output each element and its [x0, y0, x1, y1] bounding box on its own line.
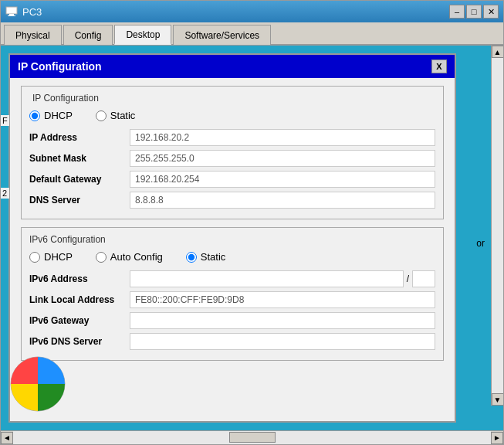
ipv6-gateway-label: IPv6 Gateway — [29, 315, 130, 326]
left-label-2: 2 — [1, 188, 9, 199]
ip-config-section: IP Configuration DHCP Static — [21, 86, 444, 219]
ipv6-section-label: IPv6 Configuration — [29, 234, 435, 245]
static-label: Static — [110, 110, 136, 121]
ip-radio-row: DHCP Static — [29, 110, 435, 121]
tabs-row: Physical Config Desktop Software/Service… — [1, 22, 503, 46]
svg-rect-0 — [6, 7, 17, 14]
static-radio-label[interactable]: Static — [96, 110, 136, 121]
dhcp-label: DHCP — [44, 110, 73, 121]
titlebar-buttons: – □ ✕ — [449, 5, 499, 19]
link-local-input[interactable] — [130, 291, 435, 308]
tab-software[interactable]: Software/Services — [173, 25, 271, 45]
ipv6-gateway-row: IPv6 Gateway — [29, 312, 435, 329]
ipv6-radio-row: DHCP Auto Config Static — [29, 251, 435, 263]
ipv6-config-section: IPv6 Configuration DHCP Auto Config — [21, 227, 444, 361]
scroll-track — [492, 58, 503, 393]
or-text: or — [476, 238, 485, 249]
dns-server-label: DNS Server — [29, 195, 130, 206]
subnet-mask-input[interactable] — [130, 150, 435, 167]
ipv6-dns-input[interactable] — [130, 333, 435, 350]
subnet-mask-label: Subnet Mask — [29, 153, 130, 164]
default-gateway-row: Default Gateway — [29, 171, 435, 188]
dhcp-radio-label[interactable]: DHCP — [29, 110, 73, 121]
ipv6-dns-row: IPv6 DNS Server — [29, 333, 435, 350]
minimize-button[interactable]: – — [449, 5, 465, 19]
ipv6-address-label: IPv6 Address — [29, 273, 130, 284]
ipv6-static-radio-label[interactable]: Static — [186, 251, 226, 263]
window-title: PC3 — [22, 6, 42, 18]
ipv6-dns-label: IPv6 DNS Server — [29, 336, 130, 347]
ipv6-static-radio[interactable] — [186, 252, 197, 263]
default-gateway-input[interactable] — [130, 171, 435, 188]
left-label-f: F — [1, 115, 9, 126]
ipv6-prefix-input[interactable] — [412, 270, 435, 287]
link-local-label: Link Local Address — [29, 294, 130, 305]
default-gateway-label: Default Gateway — [29, 174, 130, 185]
link-local-row: Link Local Address — [29, 291, 435, 308]
dns-server-row: DNS Server — [29, 192, 435, 209]
ipv6-address-row: IPv6 Address / — [29, 270, 435, 287]
ipv6-autoconfig-radio[interactable] — [96, 252, 107, 263]
ip-address-row: IP Address — [29, 129, 435, 146]
bottom-scroll-track — [13, 431, 491, 444]
svg-rect-1 — [9, 14, 14, 15]
scroll-left-arrow[interactable]: ◄ — [1, 432, 13, 444]
dialog-titlebar: IP Configuration X — [10, 55, 455, 78]
titlebar-left: PC3 — [5, 5, 42, 18]
bottom-scrollbar: ◄ ► — [1, 430, 503, 444]
dialog-title: IP Configuration — [18, 60, 102, 73]
ip-address-label: IP Address — [29, 132, 130, 143]
dialog-close-button[interactable]: X — [431, 59, 447, 73]
svg-rect-2 — [8, 15, 15, 16]
ipv6-autoconfig-radio-label[interactable]: Auto Config — [96, 251, 163, 263]
dialog-panel: IP Configuration X IP Configuration DHCP — [8, 53, 456, 423]
dhcp-radio[interactable] — [29, 110, 40, 121]
ip-address-input[interactable] — [130, 129, 435, 146]
scroll-down-arrow[interactable]: ▼ — [492, 393, 504, 406]
tab-desktop[interactable]: Desktop — [114, 25, 171, 45]
tab-config[interactable]: Config — [63, 25, 113, 45]
titlebar: PC3 – □ ✕ — [1, 1, 503, 22]
scroll-right-arrow[interactable]: ► — [491, 432, 503, 444]
ipv6-gateway-input[interactable] — [130, 312, 435, 329]
subnet-mask-row: Subnet Mask — [29, 150, 435, 167]
tab-physical[interactable]: Physical — [4, 25, 62, 45]
pc-icon — [5, 5, 18, 18]
right-scrollbar: ▲ ▼ — [491, 46, 503, 406]
ipv6-slash: / — [407, 273, 409, 284]
scroll-up-arrow[interactable]: ▲ — [492, 46, 504, 58]
bottom-scroll-thumb[interactable] — [229, 432, 276, 443]
maximize-button[interactable]: □ — [466, 5, 482, 19]
ipv6-dhcp-label: DHCP — [44, 251, 73, 263]
static-radio[interactable] — [96, 110, 107, 121]
ipv6-address-wrap: / — [130, 270, 435, 287]
ipv6-autoconfig-label: Auto Config — [110, 251, 163, 263]
ip-config-section-label: IP Configuration — [29, 93, 435, 104]
left-labels: F 2 — [1, 115, 9, 199]
ipv6-dhcp-radio-label[interactable]: DHCP — [29, 251, 73, 263]
close-button[interactable]: ✕ — [483, 5, 499, 19]
main-window: PC3 – □ ✕ Physical Config Desktop Softwa… — [0, 0, 504, 445]
ipv6-static-label: Static — [201, 251, 226, 263]
ipv6-address-input[interactable] — [130, 270, 404, 287]
dialog-body: IP Configuration DHCP Static — [10, 78, 455, 369]
pc-graphic — [7, 353, 69, 415]
ipv6-dhcp-radio[interactable] — [29, 252, 40, 263]
dns-server-input[interactable] — [130, 192, 435, 209]
pc-image-area — [7, 353, 69, 415]
main-content: F 2 IP Configuration X IP Configuration — [1, 46, 503, 430]
